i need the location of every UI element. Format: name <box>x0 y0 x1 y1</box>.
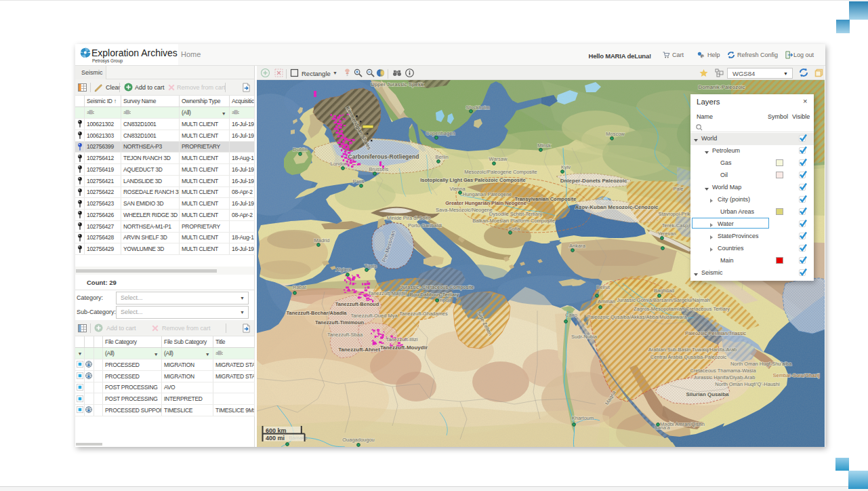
svg-text:a: a <box>123 110 126 115</box>
svg-text:c: c <box>222 351 223 355</box>
svg-text:a: a <box>232 110 234 115</box>
svg-text:c: c <box>238 110 239 115</box>
svg-text:a: a <box>87 110 89 115</box>
svg-text:c: c <box>129 110 131 115</box>
svg-text:a: a <box>215 351 218 355</box>
svg-text:c: c <box>93 110 94 115</box>
